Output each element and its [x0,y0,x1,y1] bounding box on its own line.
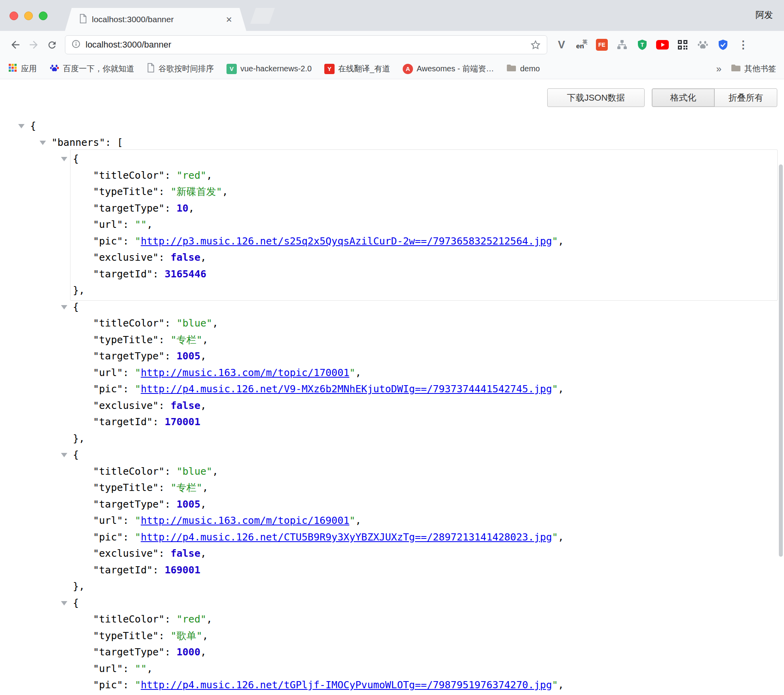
json-string: "red" [177,170,206,181]
url-text: localhost:3000/banner [86,40,171,50]
scrollbar-thumb[interactable] [779,164,783,557]
json-key: "url" [93,663,123,674]
collapse-toggle-icon[interactable] [40,141,46,145]
collapse-all-button[interactable]: 折叠所有 [714,88,777,107]
json-url-link[interactable]: http://p4.music.126.net/tGPljf-IMOCyPvum… [141,679,552,691]
json-literal: 170001 [165,416,200,428]
bookmarks-overflow-chevron-icon[interactable]: » [716,63,721,74]
json-line: "typeTitle": "专栏", [0,332,784,348]
browser-tab[interactable]: localhost:3000/banner × [65,8,246,31]
browser-menu-icon[interactable]: ⋮ [737,38,750,51]
json-line: "targetType": 10, [0,200,784,217]
collapse-toggle-icon[interactable] [61,157,67,161]
json-punctuation: }, [73,580,85,592]
json-line: "pic": "http://p4.music.126.net/V9-MXz6b… [0,381,784,397]
json-literal: 3165446 [165,268,206,280]
json-punctuation: : [165,317,177,329]
json-line: "titleColor": "red", [0,611,784,628]
json-string: "专栏" [171,334,202,346]
youtube-extension-icon[interactable] [656,38,669,51]
json-punctuation: : [153,268,165,280]
svg-text:T: T [641,42,644,48]
json-line: { [0,595,784,611]
json-line: "exclusive": false, [0,397,784,414]
json-punctuation: : [159,548,171,559]
json-punctuation: , [206,613,212,625]
collapse-toggle-icon[interactable] [61,305,67,309]
json-url-link[interactable]: http://p3.music.126.net/s25q2x5QyqsAzilC… [141,235,552,247]
paw-extension-icon[interactable] [696,38,709,51]
json-line: "exclusive": false [0,693,784,695]
json-punctuation: , [200,646,206,658]
json-punctuation: , [222,186,228,197]
json-url-link[interactable]: http://p4.music.126.net/V9-MXz6b2MNhEKju… [141,383,552,395]
page-info-icon[interactable] [71,39,81,50]
json-key: "exclusive" [93,548,159,559]
bookmark-youdao-translate[interactable]: Y 在线翻译_有道 [324,63,390,74]
json-key: "targetType" [93,646,165,658]
json-string: "新碟首发" [171,186,222,197]
tab-title: localhost:3000/banner [92,15,222,24]
blue-shield-extension-icon[interactable] [717,38,729,51]
window-minimize-button[interactable] [24,11,33,20]
json-punctuation: : [123,531,135,543]
window-zoom-button[interactable] [39,11,48,20]
org-chart-extension-icon[interactable] [616,38,628,51]
back-button[interactable] [6,36,25,54]
collapse-toggle-icon[interactable] [18,124,25,128]
youdao-icon: Y [324,64,335,74]
bookmark-label: 百度一下，你就知道 [63,63,134,74]
forward-button[interactable] [25,36,43,54]
json-line: "titleColor": "red", [0,167,784,184]
window-controls [10,11,53,20]
profile-name: 阿发 [755,9,773,21]
json-url-link[interactable]: http://music.163.com/m/topic/169001 [141,515,349,526]
collapse-toggle-icon[interactable] [61,601,67,605]
json-punctuation: , [202,334,208,346]
json-key: "typeTitle" [93,482,159,493]
json-key: "url" [93,219,123,230]
json-key: "exclusive" [93,400,159,411]
json-literal: 10 [177,202,188,214]
json-quote: " [552,531,558,543]
vue-icon: V [226,64,237,74]
qr-code-extension-icon[interactable] [676,38,689,51]
json-punctuation: , [558,679,564,691]
json-url-link[interactable]: http://music.163.com/m/topic/170001 [141,367,349,378]
bookmark-star-icon[interactable] [530,40,541,50]
other-bookmarks-folder[interactable]: 其他书签 [731,63,776,74]
tab-close-icon[interactable]: × [226,14,232,25]
address-bar[interactable]: localhost:3000/banner [65,35,547,54]
bookmark-baidu[interactable]: 百度一下，你就知道 [49,63,134,75]
json-url-link[interactable]: http://p4.music.126.net/CTU5B9R9y3XyYBZX… [141,531,552,543]
bookmark-google-sort[interactable]: 谷歌按时间排序 [147,63,214,74]
json-literal: false [171,400,200,411]
json-punctuation: { [73,449,79,460]
vimium-extension-icon[interactable]: V [555,38,568,51]
fe-extension-icon[interactable]: FE [596,38,608,51]
window-close-button[interactable] [10,11,18,20]
format-button[interactable]: 格式化 [652,88,715,107]
json-punctuation: : [165,170,177,181]
json-actions: 下载JSON数据 格式化 折叠所有 [547,88,777,107]
json-literal: 1005 [177,350,200,362]
json-quote: " [135,531,141,543]
json-punctuation: : [165,466,177,477]
json-string: "blue" [177,466,212,477]
bookmark-vue-hackernews[interactable]: V vue-hackernews-2.0 [226,64,312,74]
json-punctuation: : [165,202,177,214]
new-tab-button[interactable] [250,8,275,24]
translate-extension-icon[interactable]: en英 [575,38,588,51]
bookmark-apps[interactable]: 应用 [8,63,37,74]
json-punctuation: { [73,153,79,164]
json-line: "titleColor": "blue", [0,463,784,480]
bookmark-folder-demo[interactable]: demo [506,64,540,74]
collapse-toggle-icon[interactable] [61,453,67,457]
green-shield-extension-icon[interactable]: T [636,38,649,51]
download-json-button[interactable]: 下载JSON数据 [547,88,645,107]
reload-button[interactable] [43,36,61,54]
bookmarks-bar-right: » 其他书签 [716,63,776,74]
bookmark-awesomes[interactable]: A Awesomes - 前端资… [403,63,494,74]
json-key: "typeTitle" [93,630,159,642]
json-key: "pic" [93,531,123,543]
